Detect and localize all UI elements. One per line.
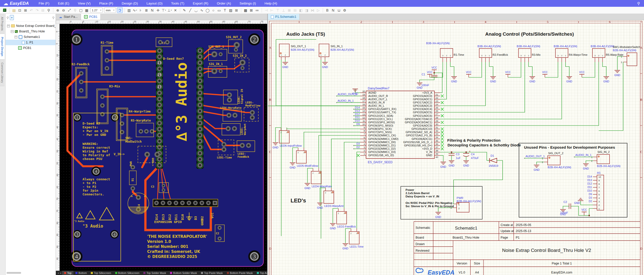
layer-bottom-solder-mask[interactable]: Bottom Solder Mask (168, 271, 199, 275)
place-net-label-icon[interactable]: N (150, 8, 155, 13)
menu-settings[interactable]: Settings (I) (235, 2, 260, 5)
pcb-canvas[interactable]: 232527D14D13D12D11D10D9D3D2123412434 (60, 24, 267, 271)
easyeda-logo[interactable]: ☁ EasyEDA (0, 1, 34, 6)
open-project-icon[interactable]: ▤ (11, 8, 17, 13)
draw-text-icon[interactable]: T (222, 8, 228, 13)
save-icon[interactable]: ⊡ (17, 8, 22, 13)
menu-tools[interactable]: Tools (T) (167, 2, 189, 5)
insert-image-icon[interactable]: ▨ (228, 8, 233, 13)
tab-p1-schematic1[interactable]: P1.Schematic1 (268, 14, 300, 20)
side-tab-all-projects[interactable]: All Projects (0, 14, 5, 34)
edit-symbol-icon[interactable]: ⊠ (249, 8, 254, 13)
grid-size-select[interactable]: 1.27▾ (90, 8, 103, 13)
layers-next-icon[interactable]: ▸ (60, 272, 62, 274)
menu-search-icon[interactable]: ⚲ (637, 1, 640, 6)
layer-bottom-paste-mask[interactable]: Bottom Paste Mask (225, 271, 255, 275)
menu-layout[interactable]: Layout (O) (142, 2, 167, 5)
side-tab-common-library[interactable]: Common Library (0, 60, 5, 86)
layer-bottom[interactable]: Bottom (73, 271, 89, 275)
tree-item-board1-thru-hole[interactable]: Board1_Thru Hole (6, 29, 56, 34)
search-submit-icon[interactable]: ⚲ (52, 16, 55, 20)
insert-table-icon[interactable]: ⊞ (234, 8, 239, 13)
tree-item-pcb1[interactable]: PCB1 (6, 45, 56, 51)
zoom-out-icon[interactable]: ⊖ (61, 8, 66, 13)
no-connect-icon[interactable]: ✕ (173, 8, 178, 13)
svg-text:D11: D11 (355, 116, 360, 119)
tab-pcb1[interactable]: PCB1 (81, 14, 101, 20)
tree-item-noise-extrap-control-board-thru-hole[interactable]: Noise Extrap Control Board_Thru Hole (6, 23, 56, 29)
draw-line-icon[interactable]: ╱ (188, 8, 193, 13)
draw-rect-icon[interactable]: ▭ (217, 8, 222, 13)
tree-item-1-p1[interactable]: 1. P1 (6, 40, 56, 45)
select-window-icon[interactable]: ▢ (78, 8, 84, 13)
tree-expander[interactable] (15, 36, 17, 38)
layer-bottom-silkscreen[interactable]: Bottom Silkscreen (113, 271, 142, 275)
svg-text:3: 3 (598, 200, 600, 203)
draw-ellipse-icon[interactable]: ◯ (205, 8, 210, 13)
rotate-icon[interactable]: Ɔ (117, 7, 123, 13)
toolbar-separator (9, 8, 10, 13)
menu-order[interactable]: Order (A) (213, 2, 235, 5)
svg-text:R1-Time: R1-Time (101, 41, 113, 44)
project-search-input[interactable] (15, 15, 51, 20)
save-as-icon[interactable]: ⊞ (23, 8, 28, 13)
schematic-canvas[interactable]: 123456AABBCCDDSIG_OUT_1B2B-XH-A(LF)(SN)1… (268, 20, 644, 275)
svg-text:GND: GND (529, 80, 535, 83)
search-library-icon[interactable]: ⚲ (46, 8, 51, 13)
bom-icon[interactable]: B (325, 8, 330, 13)
cart-icon[interactable]: ⊔ (336, 8, 342, 13)
draw-bezier-icon[interactable]: ∿ (199, 8, 205, 13)
new-design-icon[interactable]: ▾ (3, 9, 6, 12)
layer-top-paste-mask[interactable]: Top Paste Mask (199, 271, 225, 275)
menu-design[interactable]: Design (D) (117, 2, 142, 5)
menu-file[interactable]: File (F) (34, 2, 54, 5)
menu-view[interactable]: View (V) (73, 2, 95, 5)
tree-expander[interactable] (7, 25, 10, 27)
layer-top-assembl[interactable]: Top Assembl (255, 271, 267, 275)
place-ground-icon[interactable]: ⊥▾ (167, 8, 172, 13)
place-probe-icon[interactable]: ✛ (155, 8, 161, 13)
svg-text:5: 5 (598, 193, 600, 196)
svg-text:4: 4 (75, 253, 78, 260)
draw-arc-icon[interactable]: ◡ (193, 8, 199, 13)
layer-top-silkscreen[interactable]: Top Silkscreen (89, 271, 113, 275)
zoom-in-icon[interactable]: ⊕ (55, 8, 60, 13)
unit-select[interactable]: mm▾ (104, 8, 116, 13)
tree-expander[interactable] (11, 30, 14, 33)
svg-text:to Polarity of: to Polarity of (83, 153, 110, 157)
svg-text:GND: GND (583, 167, 589, 170)
place-symbol-icon[interactable]: ▥ (127, 8, 132, 13)
tab-start-pa-[interactable]: ☁Start Pa... (56, 14, 81, 20)
menu-edit[interactable]: Edit (E) (54, 2, 73, 5)
side-tab-project-design[interactable]: Project Design (0, 34, 5, 60)
menu-help[interactable]: Help (H) (260, 2, 281, 5)
menu-export[interactable]: Export (R) (188, 2, 213, 5)
place-net-port-icon[interactable]: ⊦ (138, 8, 143, 13)
svg-text:9: 9 (364, 126, 365, 129)
svg-text:22: 22 (435, 96, 438, 99)
place-wire-icon[interactable]: ∿▾ (132, 8, 138, 13)
draw-circle-icon[interactable]: ○ (211, 8, 216, 13)
netlist-icon[interactable]: N (331, 8, 336, 13)
menu-place[interactable]: Place (P) (95, 2, 117, 5)
symbol-wizard-icon[interactable]: ▩ (243, 8, 248, 13)
svg-text:2: 2 (325, 54, 326, 56)
batch-edit-icon[interactable]: ≔ (255, 8, 260, 13)
settings-icon[interactable]: ⚙ (342, 8, 347, 13)
place-bus-icon[interactable]: ≣ (144, 8, 149, 13)
grid-settings-icon[interactable]: ▦ (84, 8, 89, 13)
draw-pencil-icon[interactable]: ✎ (182, 8, 187, 13)
svg-text:Update at: Update at (501, 229, 514, 233)
panel-horizontal-scrollbar[interactable] (7, 272, 21, 274)
layers-prev-icon[interactable]: ◂ (57, 272, 60, 274)
tree-item-schematic1[interactable]: Schematic1 (6, 34, 56, 40)
svg-text:GPIO24(ADC9): GPIO24(ADC9) (413, 124, 432, 127)
svg-text:GPIO4(SDMMC1_D0): GPIO4(SDMMC1_D0) (368, 141, 396, 144)
svg-text:100nF: 100nF (421, 84, 429, 87)
zoom-fit-icon[interactable]: ⤢ (67, 8, 72, 13)
svg-text:B: B (640, 98, 642, 101)
layer-top[interactable]: Top (62, 271, 73, 275)
place-vcc-icon[interactable]: ⊤▾ (161, 8, 167, 13)
layer-top-solder-mask[interactable]: Top Solder Mask (141, 271, 168, 275)
filter-icon[interactable]: ▼ (10, 15, 14, 20)
